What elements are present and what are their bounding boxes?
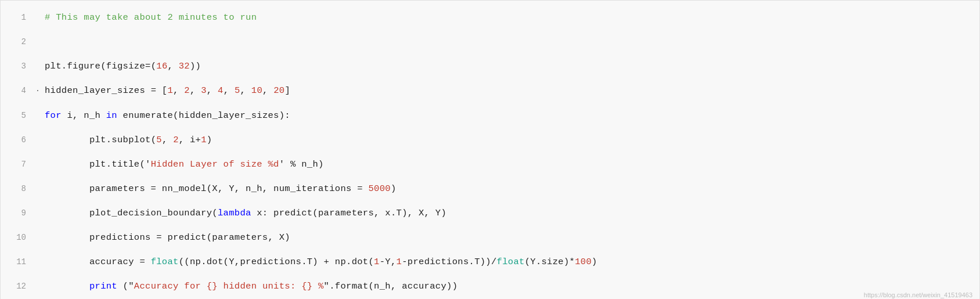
token: 20 bbox=[273, 85, 284, 96]
token: 1 bbox=[167, 85, 173, 96]
line-content: plt.subplot(5, 2, i+1) bbox=[42, 129, 979, 151]
token: accuracy = bbox=[45, 257, 151, 267]
token: float bbox=[151, 257, 179, 267]
line-number: 12 bbox=[1, 275, 35, 297]
code-line: 12 print ("Accuracy for {} hidden units:… bbox=[1, 274, 979, 298]
line-number: 8 bbox=[1, 178, 35, 200]
token: )) bbox=[190, 61, 201, 71]
token: 2 bbox=[184, 85, 190, 96]
token: , bbox=[207, 85, 218, 96]
token: 10 bbox=[251, 85, 262, 96]
code-line: 2 bbox=[1, 30, 979, 54]
token: figure bbox=[67, 61, 100, 71]
token: . bbox=[106, 159, 112, 170]
token: = [ bbox=[145, 85, 167, 96]
token: % n_h) bbox=[284, 159, 323, 170]
line-number: 11 bbox=[1, 251, 35, 273]
line-bullet: · bbox=[35, 80, 42, 102]
token: ) bbox=[391, 183, 397, 194]
line-number: 2 bbox=[1, 31, 35, 53]
token: hidden_layer_sizes bbox=[45, 85, 145, 96]
token: ' bbox=[279, 159, 285, 170]
token: subplot bbox=[111, 135, 150, 145]
code-line: 3plt.figure(figsize=(16, 32)) bbox=[1, 54, 979, 78]
token: 4 bbox=[218, 85, 224, 96]
token: 1 bbox=[201, 135, 207, 145]
token bbox=[45, 281, 89, 291]
line-number: 7 bbox=[1, 153, 35, 175]
code-line: 7 plt.title('Hidden Layer of size %d' % … bbox=[1, 152, 979, 176]
watermark: https://blog.csdn.net/weixin_41519463 bbox=[864, 291, 972, 298]
token: 1 bbox=[374, 257, 380, 267]
code-line: 1# This may take about 2 minutes to run bbox=[1, 5, 979, 30]
line-content: for i, n_h in enumerate(hidden_layer_siz… bbox=[42, 105, 979, 127]
line-content: # This may take about 2 minutes to run bbox=[42, 6, 979, 28]
line-number: 3 bbox=[1, 55, 35, 77]
token: ".format(n_h, accuracy)) bbox=[324, 281, 458, 291]
code-line: 11 accuracy = float((np.dot(Y,prediction… bbox=[1, 250, 979, 274]
token: plt bbox=[45, 159, 106, 170]
token: 1 bbox=[397, 257, 402, 267]
token: 5 bbox=[156, 135, 162, 145]
line-content: accuracy = float((np.dot(Y,predictions.T… bbox=[42, 251, 979, 273]
line-content: hidden_layer_sizes = [1, 2, 3, 4, 5, 10,… bbox=[42, 80, 979, 102]
token: (Y.size)* bbox=[525, 257, 575, 267]
token: , bbox=[240, 85, 251, 96]
line-content: print ("Accuracy for {} hidden units: {}… bbox=[42, 275, 979, 297]
code-line: 10 predictions = predict(parameters, X) bbox=[1, 225, 979, 250]
token: ( bbox=[151, 135, 157, 145]
token: ) bbox=[207, 135, 212, 145]
token: 5 bbox=[235, 85, 240, 96]
line-number: 10 bbox=[1, 226, 35, 248]
code-line: 5for i, n_h in enumerate(hidden_layer_si… bbox=[1, 103, 979, 128]
token: x: predict(parameters, x.T), X, Y) bbox=[251, 208, 446, 218]
token: title bbox=[111, 159, 139, 170]
token: in bbox=[106, 110, 117, 121]
line-number: 9 bbox=[1, 202, 35, 224]
code-line: 9 plot_decision_boundary(lambda x: predi… bbox=[1, 201, 979, 225]
line-number: 5 bbox=[1, 105, 35, 127]
token: =( bbox=[145, 61, 156, 71]
token: lambda bbox=[218, 208, 251, 218]
line-number: 6 bbox=[1, 129, 35, 151]
token: enumerate(hidden_layer_sizes): bbox=[117, 110, 290, 121]
token: Hidden Layer of size %d bbox=[151, 159, 279, 170]
token: ((np.dot(Y,predictions.T) + np.dot( bbox=[179, 257, 374, 267]
token: , bbox=[262, 85, 273, 96]
token: predictions = predict(parameters, X) bbox=[45, 232, 290, 243]
line-content: plt.figure(figsize=(16, 32)) bbox=[42, 55, 979, 77]
token: 100 bbox=[575, 257, 592, 267]
token: plot_decision_boundary( bbox=[45, 208, 218, 218]
token: i, n_h bbox=[62, 110, 106, 121]
token: plt bbox=[45, 135, 106, 145]
line-content: predictions = predict(parameters, X) bbox=[42, 226, 979, 248]
token: (" bbox=[117, 281, 134, 291]
token: ) bbox=[592, 257, 597, 267]
token: for bbox=[45, 110, 62, 121]
token: 2 bbox=[173, 135, 179, 145]
token: , bbox=[173, 85, 184, 96]
token: -Y, bbox=[380, 257, 397, 267]
token: plt bbox=[45, 61, 62, 71]
token: ] bbox=[284, 85, 290, 96]
token: 3 bbox=[201, 85, 207, 96]
line-content: plot_decision_boundary(lambda x: predict… bbox=[42, 202, 979, 224]
code-line: 4·hidden_layer_sizes = [1, 2, 3, 4, 5, 1… bbox=[1, 78, 979, 103]
line-number: 4 bbox=[1, 80, 35, 102]
token: 5000 bbox=[368, 183, 390, 194]
token: # This may take about 2 minutes to run bbox=[45, 12, 257, 23]
code-editor: 1# This may take about 2 minutes to run2… bbox=[0, 0, 980, 299]
token: 32 bbox=[179, 61, 190, 71]
line-content: parameters = nn_model(X, Y, n_h, num_ite… bbox=[42, 178, 979, 200]
token: , i+ bbox=[179, 135, 201, 145]
token: , bbox=[224, 85, 235, 96]
token: parameters = nn_model(X, Y, n_h, num_ite… bbox=[45, 183, 368, 194]
token: (' bbox=[139, 159, 150, 170]
token: figsize bbox=[106, 61, 145, 71]
code-line: 6 plt.subplot(5, 2, i+1) bbox=[1, 128, 979, 152]
token: 16 bbox=[156, 61, 167, 71]
token: ( bbox=[100, 61, 106, 71]
token: -predictions.T))/ bbox=[402, 257, 496, 267]
token: , bbox=[190, 85, 201, 96]
token: print bbox=[89, 281, 117, 291]
